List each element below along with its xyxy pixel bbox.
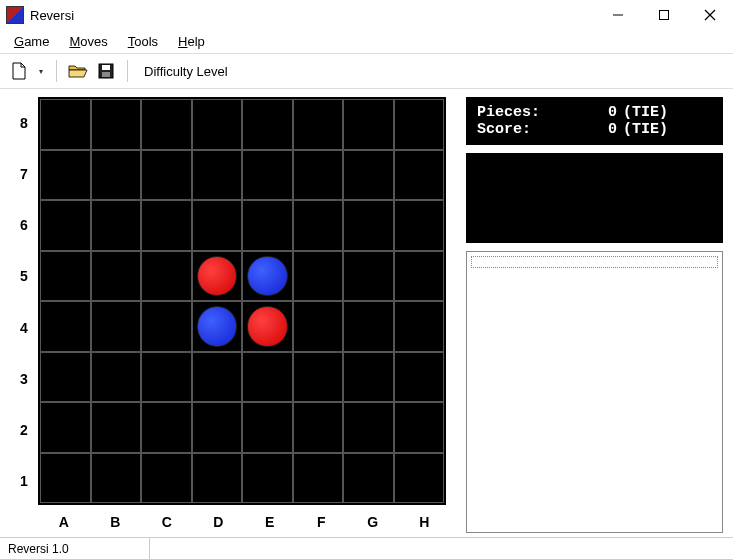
square-C7[interactable] xyxy=(141,150,192,201)
square-E3[interactable] xyxy=(242,352,293,403)
square-A1[interactable] xyxy=(40,453,91,504)
new-button[interactable] xyxy=(8,60,30,82)
rank-label: 2 xyxy=(10,405,38,456)
square-E4[interactable] xyxy=(242,301,293,352)
separator xyxy=(56,60,57,82)
square-G7[interactable] xyxy=(343,150,394,201)
square-C2[interactable] xyxy=(141,402,192,453)
square-E2[interactable] xyxy=(242,402,293,453)
square-A3[interactable] xyxy=(40,352,91,403)
square-F7[interactable] xyxy=(293,150,344,201)
square-H4[interactable] xyxy=(394,301,445,352)
new-dropdown[interactable]: ▾ xyxy=(36,67,46,76)
square-F3[interactable] xyxy=(293,352,344,403)
square-H7[interactable] xyxy=(394,150,445,201)
square-D6[interactable] xyxy=(192,200,243,251)
maximize-button[interactable] xyxy=(641,0,687,30)
info-panel xyxy=(466,153,723,243)
square-F2[interactable] xyxy=(293,402,344,453)
square-C4[interactable] xyxy=(141,301,192,352)
game-board xyxy=(38,97,446,505)
square-B1[interactable] xyxy=(91,453,142,504)
square-C3[interactable] xyxy=(141,352,192,403)
square-B7[interactable] xyxy=(91,150,142,201)
square-B3[interactable] xyxy=(91,352,142,403)
file-label: D xyxy=(193,507,245,537)
file-labels: ABCDEFGH xyxy=(38,507,450,537)
toolbar: ▾ Difficulty Level xyxy=(0,54,733,89)
square-G8[interactable] xyxy=(343,99,394,150)
close-button[interactable] xyxy=(687,0,733,30)
square-C8[interactable] xyxy=(141,99,192,150)
file-label: C xyxy=(141,507,193,537)
square-A2[interactable] xyxy=(40,402,91,453)
square-B2[interactable] xyxy=(91,402,142,453)
square-G5[interactable] xyxy=(343,251,394,302)
move-list-panel[interactable] xyxy=(466,251,723,533)
square-F6[interactable] xyxy=(293,200,344,251)
square-D7[interactable] xyxy=(192,150,243,201)
square-B8[interactable] xyxy=(91,99,142,150)
square-H5[interactable] xyxy=(394,251,445,302)
title-bar: Reversi xyxy=(0,0,733,30)
piece-red xyxy=(197,256,238,297)
open-button[interactable] xyxy=(67,60,89,82)
square-D3[interactable] xyxy=(192,352,243,403)
square-D1[interactable] xyxy=(192,453,243,504)
rank-label: 1 xyxy=(10,456,38,507)
square-H3[interactable] xyxy=(394,352,445,403)
close-icon xyxy=(704,9,716,21)
menu-help[interactable]: Help xyxy=(170,32,213,51)
square-E6[interactable] xyxy=(242,200,293,251)
square-G3[interactable] xyxy=(343,352,394,403)
square-G1[interactable] xyxy=(343,453,394,504)
square-F8[interactable] xyxy=(293,99,344,150)
square-G2[interactable] xyxy=(343,402,394,453)
square-A5[interactable] xyxy=(40,251,91,302)
square-B5[interactable] xyxy=(91,251,142,302)
window-title: Reversi xyxy=(30,8,74,23)
square-E1[interactable] xyxy=(242,453,293,504)
difficulty-label[interactable]: Difficulty Level xyxy=(144,64,228,79)
file-label: H xyxy=(399,507,451,537)
square-B6[interactable] xyxy=(91,200,142,251)
rank-label: 4 xyxy=(10,302,38,353)
new-file-icon xyxy=(11,62,27,80)
square-H6[interactable] xyxy=(394,200,445,251)
square-F5[interactable] xyxy=(293,251,344,302)
square-A4[interactable] xyxy=(40,301,91,352)
square-B4[interactable] xyxy=(91,301,142,352)
square-D4[interactable] xyxy=(192,301,243,352)
menu-bar: Game Moves Tools Help xyxy=(0,30,733,54)
square-D2[interactable] xyxy=(192,402,243,453)
minimize-button[interactable] xyxy=(595,0,641,30)
app-icon xyxy=(6,6,24,24)
square-H2[interactable] xyxy=(394,402,445,453)
square-G6[interactable] xyxy=(343,200,394,251)
square-A7[interactable] xyxy=(40,150,91,201)
piece-blue xyxy=(247,256,288,297)
square-E5[interactable] xyxy=(242,251,293,302)
square-E8[interactable] xyxy=(242,99,293,150)
square-A8[interactable] xyxy=(40,99,91,150)
square-C5[interactable] xyxy=(141,251,192,302)
menu-tools[interactable]: Tools xyxy=(120,32,166,51)
svg-rect-1 xyxy=(660,11,669,20)
square-D8[interactable] xyxy=(192,99,243,150)
file-label: F xyxy=(296,507,348,537)
save-floppy-icon xyxy=(98,63,114,79)
menu-game[interactable]: Game xyxy=(6,32,57,51)
square-H8[interactable] xyxy=(394,99,445,150)
save-button[interactable] xyxy=(95,60,117,82)
square-C1[interactable] xyxy=(141,453,192,504)
square-F4[interactable] xyxy=(293,301,344,352)
square-E7[interactable] xyxy=(242,150,293,201)
square-A6[interactable] xyxy=(40,200,91,251)
square-F1[interactable] xyxy=(293,453,344,504)
square-H1[interactable] xyxy=(394,453,445,504)
score-panel: Pieces: 0 (TIE) Score: 0 (TIE) xyxy=(466,97,723,145)
menu-moves[interactable]: Moves xyxy=(61,32,115,51)
square-C6[interactable] xyxy=(141,200,192,251)
square-D5[interactable] xyxy=(192,251,243,302)
square-G4[interactable] xyxy=(343,301,394,352)
